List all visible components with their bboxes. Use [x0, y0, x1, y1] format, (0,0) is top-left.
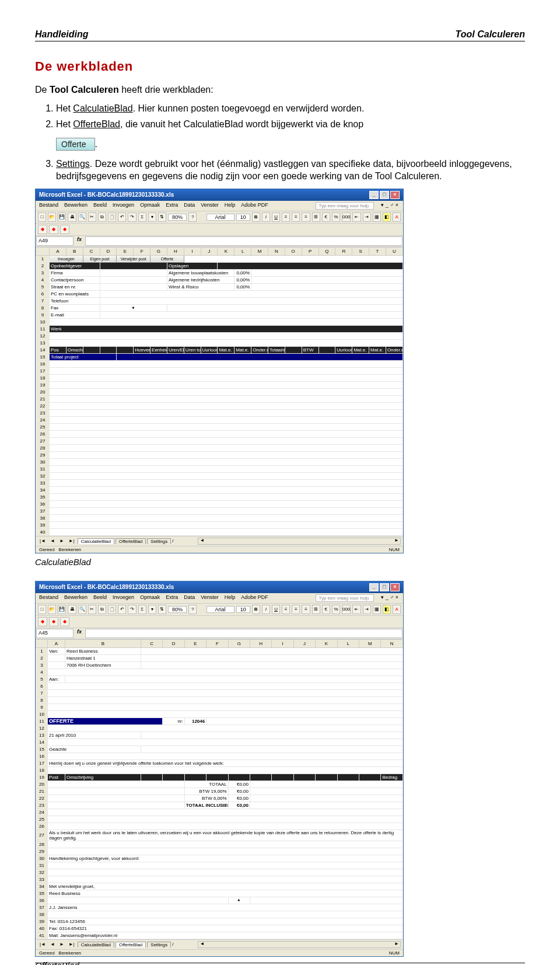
- fontsize-box: 10: [236, 214, 250, 221]
- fill-icon: ◧: [383, 212, 391, 222]
- list-item-3: Settings. Deze wordt gebruikt voor het (…: [56, 158, 525, 183]
- maximize-icon: □: [380, 191, 389, 199]
- menu-item: Extra: [166, 202, 178, 210]
- italic-icon: I: [262, 212, 270, 222]
- list-item-2: Het OfferteBlad, die vanuit het Calculat…: [56, 118, 525, 131]
- menu-item: Opmaak: [140, 202, 160, 210]
- redo-icon: ↷: [128, 212, 136, 222]
- currency-icon: €: [322, 212, 330, 222]
- standard-toolbar: □📂💾🖶🔍 ✂⧉📋 ↶↷ Σ▾⇅ 80% ? Arial 10 BIU ≡≡≡⊞…: [36, 211, 403, 224]
- sheet-btn-invoegen: Invoegen: [50, 255, 83, 262]
- menu-item: Bestand: [39, 202, 58, 210]
- intro-paragraph: De Tool Calculeren heeft drie werkbladen…: [35, 83, 525, 96]
- screenshot-offerteblad: Microsoft Excel - BK-BOCalc1899123013333…: [35, 581, 404, 957]
- menu-item: Venster: [201, 202, 219, 210]
- menu-bar: Bestand Bewerken Beeld Invoegen Opmaak E…: [36, 201, 403, 211]
- preview-icon: 🔍: [78, 212, 86, 222]
- sort-icon: ⇅: [158, 212, 166, 222]
- pdf-toolbar: ◆◆◆: [36, 224, 403, 236]
- menu-bar: BestandBewerkenBeeldInvoegenOpmaakExtraD…: [36, 593, 403, 604]
- section-title: De werkbladen: [35, 59, 525, 74]
- worksheet-grid: ABCDEFGHIJKLMN 1Van:Reed Business 2Hanze…: [36, 639, 403, 939]
- offerte-button-image: Offerte: [56, 138, 95, 151]
- header-right: Tool Calculeren: [456, 29, 525, 40]
- menu-item: Adobe PDF: [241, 202, 268, 210]
- underline-icon: U: [272, 212, 280, 222]
- sheet-tabs: |◄◄►►| CalculatieBlad OfferteBlad Settin…: [36, 536, 403, 546]
- tab-settings: Settings: [147, 538, 171, 544]
- paste-icon: 📋: [108, 212, 116, 222]
- fontcolor-icon: A: [393, 212, 401, 222]
- copy-icon: ⧉: [98, 212, 106, 222]
- list-item-1: Het CalculatieBlad. Hier kunnen posten t…: [56, 102, 525, 115]
- worksheet-grid: ABCDEFGHIJKLMNOPQRSTU 1 Invoegen Eigen p…: [36, 247, 403, 536]
- help-search: Typ een vraag voor hulp: [316, 202, 374, 210]
- minimize-icon: _: [369, 191, 379, 199]
- menu-item: Beeld: [93, 202, 107, 210]
- window-title: Microsoft Excel - BK-BOCalc1899123013333…: [39, 191, 174, 198]
- new-icon: □: [38, 212, 46, 222]
- font-box: Arial: [206, 214, 235, 221]
- undo-icon: ↶: [118, 212, 126, 222]
- formula-bar: [85, 236, 402, 246]
- sheet-btn-verwijder: Verwijder post: [117, 255, 150, 262]
- menu-item: Data: [184, 202, 195, 210]
- zoom-box: 80%: [168, 214, 187, 221]
- sum-icon: Σ: [138, 212, 146, 222]
- header-left: Handleiding: [35, 29, 89, 40]
- window-controls: _□×: [368, 191, 400, 199]
- open-icon: 📂: [48, 212, 56, 222]
- caption-1: CalculatieBlad: [35, 557, 525, 567]
- window-controls: _□×: [368, 583, 400, 591]
- borders-icon: ▦: [373, 212, 381, 222]
- tab-calculatieblad: CalculatieBlad: [78, 538, 114, 544]
- cut-icon: ✂: [88, 212, 96, 222]
- save-icon: 💾: [58, 212, 66, 222]
- page-footer: © Reed Business 7 van 16: [35, 963, 525, 965]
- sheet-btn-eigenpost: Eigen post: [83, 255, 117, 262]
- page-header: Handleiding Tool Calculeren: [35, 29, 525, 41]
- window-title: Microsoft Excel - BK-BOCalc1899123013333…: [39, 584, 174, 590]
- close-icon: ×: [390, 191, 400, 199]
- bold-icon: B: [252, 212, 260, 222]
- tab-offerteblad: OfferteBlad: [116, 538, 146, 544]
- name-box: A49: [36, 236, 74, 246]
- fx-icon: fx: [74, 236, 85, 246]
- menu-item: Help: [225, 202, 236, 210]
- screenshot-calculatieblad: Microsoft Excel - BK-BOCalc1899123013333…: [35, 189, 404, 553]
- menu-item: Bewerken: [64, 202, 88, 210]
- print-icon: 🖶: [68, 212, 76, 222]
- sheet-btn-offerte: Offerte: [150, 255, 184, 262]
- menu-item: Invoegen: [113, 202, 134, 210]
